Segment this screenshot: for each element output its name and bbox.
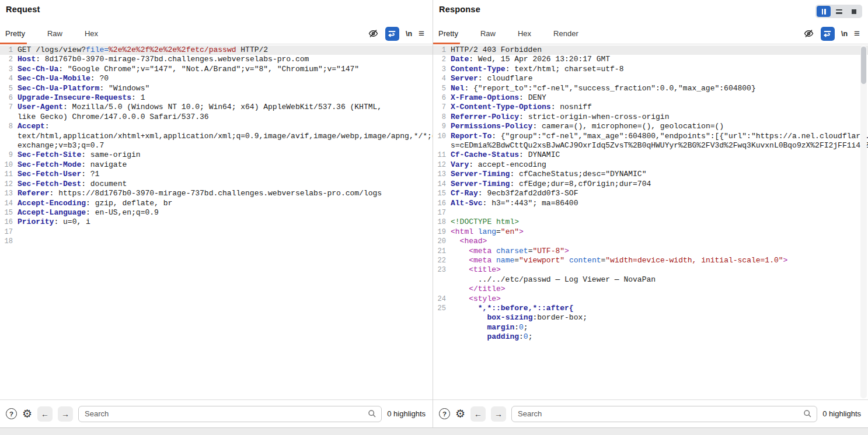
- code-line[interactable]: 4Server: cloudflare: [433, 74, 868, 83]
- line-number: 18: [433, 218, 451, 227]
- tab-render[interactable]: Render: [553, 23, 579, 44]
- search-input[interactable]: [78, 406, 382, 422]
- line-content: [18, 227, 433, 237]
- code-line[interactable]: 11Cf-Cache-Status: DYNAMIC: [433, 150, 868, 160]
- editor-menu-icon[interactable]: ≡: [854, 29, 860, 38]
- response-tabbar: PrettyRawHexRender \n: [433, 23, 868, 44]
- line-endings-icon[interactable]: \n: [406, 30, 412, 38]
- code-line[interactable]: 9Permissions-Policy: camera=(), micropho…: [433, 122, 868, 131]
- code-line[interactable]: 14Accept-Encoding: gzip, deflate, br: [0, 199, 433, 208]
- layout-rows-button[interactable]: [832, 6, 846, 17]
- code-line[interactable]: 1HTTP/2 403 Forbidden: [433, 45, 868, 55]
- scrollbar-track[interactable]: [860, 45, 867, 398]
- code-line[interactable]: 18: [0, 237, 433, 246]
- search-input[interactable]: [511, 406, 817, 422]
- line-content: Cf-Ray: 9ecb3f2afd2dd0f3-SOF: [451, 189, 868, 198]
- code-line[interactable]: 23 <title> ../../etc/passwd — Log Viewer…: [433, 265, 868, 294]
- line-number: 1: [0, 45, 18, 55]
- line-number: 23: [433, 265, 451, 294]
- layout-single-button[interactable]: [847, 6, 861, 17]
- code-lines: 1GET /logs/view?file=%2e%2e%2f%2e%2e%2fe…: [0, 44, 433, 247]
- code-line[interactable]: 13Referer: https://8d1767b0-3970-mirage-…: [0, 189, 433, 198]
- tab-hex[interactable]: Hex: [517, 23, 532, 44]
- code-line[interactable]: 7User-Agent: Mozilla/5.0 (Windows NT 10.…: [0, 103, 433, 122]
- search-next-button[interactable]: →: [58, 406, 73, 422]
- line-endings-icon[interactable]: \n: [841, 30, 848, 38]
- tabs: PrettyRawHexRender: [433, 23, 595, 44]
- code-line[interactable]: 18<!DOCTYPE html>: [433, 218, 868, 227]
- line-content: <meta name="viewport" content="width=dev…: [451, 256, 868, 265]
- code-line[interactable]: 5Sec-Ch-Ua-Platform: "Windows": [0, 84, 433, 93]
- tab-hex[interactable]: Hex: [84, 23, 99, 44]
- line-number: 11: [0, 170, 18, 179]
- help-icon[interactable]: ?: [6, 408, 17, 419]
- code-line[interactable]: 9Sec-Fetch-Site: same-origin: [0, 150, 433, 160]
- code-line[interactable]: 25 *,*::before,*::after{ box-sizing:bord…: [433, 304, 868, 342]
- tab-pretty[interactable]: Pretty: [438, 23, 459, 44]
- code-line[interactable]: 11Sec-Fetch-User: ?1: [0, 170, 433, 179]
- code-line[interactable]: 4Sec-Ch-Ua-Mobile: ?0: [0, 74, 433, 83]
- line-number: 7: [0, 103, 18, 122]
- code-line[interactable]: 10Sec-Fetch-Mode: navigate: [0, 160, 433, 170]
- code-line[interactable]: 2Date: Wed, 15 Apr 2026 13:20:17 GMT: [433, 55, 868, 64]
- code-line[interactable]: 13Server-Timing: cfCacheStatus;desc="DYN…: [433, 170, 868, 179]
- code-line[interactable]: 15Accept-Language: en-US,en;q=0.9: [0, 208, 433, 218]
- line-number: 21: [433, 247, 451, 256]
- code-line[interactable]: 17: [433, 208, 868, 218]
- wrap-text-icon[interactable]: [821, 27, 835, 41]
- code-line[interactable]: 20 <head>: [433, 237, 868, 246]
- search-prev-button[interactable]: ←: [37, 406, 53, 422]
- code-line[interactable]: 2Host: 8d1767b0-3970-mirage-737bd.challe…: [0, 55, 433, 64]
- code-line[interactable]: 15Cf-Ray: 9ecb3f2afd2dd0f3-SOF: [433, 189, 868, 198]
- code-line[interactable]: 3Content-Type: text/html; charset=utf-8: [433, 65, 868, 74]
- line-number: 10: [0, 160, 18, 170]
- code-line[interactable]: 8Referrer-Policy: strict-origin-when-cro…: [433, 113, 868, 122]
- search-next-button[interactable]: →: [491, 406, 506, 422]
- line-content: <!DOCTYPE html>: [451, 218, 868, 227]
- line-number: 2: [433, 55, 451, 64]
- line-content: Accept-Encoding: gzip, deflate, br: [18, 199, 433, 208]
- layout-columns-button[interactable]: [817, 6, 831, 17]
- code-line[interactable]: 22 <meta name="viewport" content="width=…: [433, 256, 868, 265]
- code-line[interactable]: 6X-Frame-Options: DENY: [433, 93, 868, 103]
- code-line[interactable]: 6Upgrade-Insecure-Requests: 1: [0, 93, 433, 103]
- request-editor[interactable]: 1GET /logs/view?file=%2e%2e%2f%2e%2e%2fe…: [0, 44, 433, 400]
- code-line[interactable]: 12Vary: accept-encoding: [433, 160, 868, 170]
- code-line[interactable]: 12Sec-Fetch-Dest: document: [0, 180, 433, 189]
- line-number: 15: [0, 208, 18, 218]
- search-prev-button[interactable]: ←: [470, 406, 486, 422]
- line-content: Sec-Fetch-Dest: document: [18, 180, 433, 189]
- code-line[interactable]: 1GET /logs/view?file=%2e%2e%2f%2e%2e%2fe…: [0, 45, 433, 55]
- wrap-text-icon[interactable]: [385, 27, 399, 41]
- code-line[interactable]: 5Nel: {"report_to":"cf-nel","success_fra…: [433, 84, 868, 93]
- line-number: 25: [433, 304, 451, 342]
- tab-raw[interactable]: Raw: [480, 23, 496, 44]
- code-line[interactable]: 7X-Content-Type-Options: nosniff: [433, 103, 868, 112]
- scrollbar-thumb[interactable]: [861, 47, 866, 84]
- code-line[interactable]: 10Report-To: {"group":"cf-nel","max_age"…: [433, 132, 868, 151]
- code-line[interactable]: 3Sec-Ch-Ua: "Google Chrome";v="147", "No…: [0, 65, 433, 74]
- tab-raw[interactable]: Raw: [47, 23, 63, 44]
- editor-menu-icon[interactable]: ≡: [419, 29, 424, 38]
- line-content: Vary: accept-encoding: [451, 160, 868, 170]
- gear-icon[interactable]: ⚙: [22, 408, 32, 419]
- help-icon[interactable]: ?: [439, 408, 450, 419]
- tab-pretty[interactable]: Pretty: [5, 23, 26, 44]
- line-number: 8: [0, 122, 18, 150]
- line-content: <title> ../../etc/passwd — Log Viewer — …: [451, 265, 868, 294]
- code-line[interactable]: 8Accept: text/html,application/xhtml+xml…: [0, 122, 433, 150]
- response-editor[interactable]: 1HTTP/2 403 Forbidden2Date: Wed, 15 Apr …: [433, 44, 868, 400]
- line-content: [451, 208, 868, 218]
- code-line[interactable]: 17: [0, 227, 433, 237]
- code-line[interactable]: 21 <meta charset="UTF-8">: [433, 247, 868, 256]
- code-line[interactable]: 16Alt-Svc: h3=":443"; ma=86400: [433, 199, 868, 208]
- eye-slash-icon[interactable]: [803, 28, 814, 39]
- eye-slash-icon[interactable]: [368, 28, 379, 39]
- code-line[interactable]: 16Priority: u=0, i: [0, 218, 433, 227]
- code-line[interactable]: 24 <style>: [433, 294, 868, 304]
- gear-icon[interactable]: ⚙: [455, 408, 465, 419]
- line-content: <meta charset="UTF-8">: [451, 247, 868, 256]
- line-content: User-Agent: Mozilla/5.0 (Windows NT 10.0…: [18, 103, 433, 122]
- code-line[interactable]: 19<html lang="en">: [433, 227, 868, 237]
- code-line[interactable]: 14Server-Timing: cfEdge;dur=8,cfOrigin;d…: [433, 180, 868, 189]
